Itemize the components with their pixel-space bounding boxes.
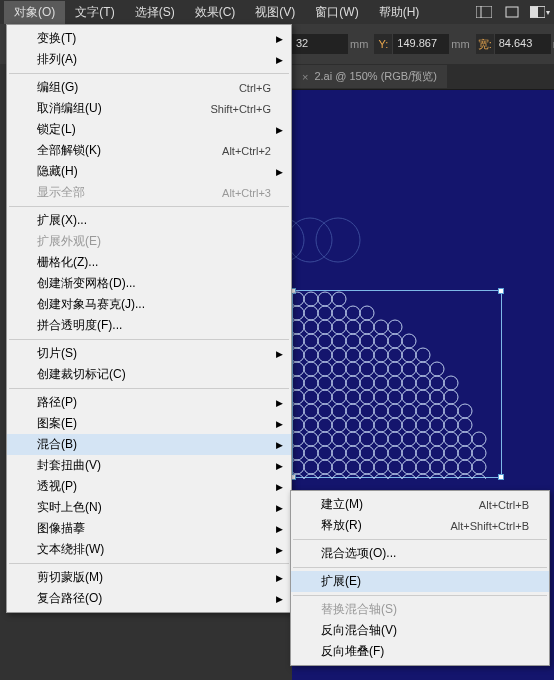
svg-point-109 [318, 432, 332, 446]
tab-close-icon[interactable]: × [302, 71, 308, 83]
svg-point-87 [374, 404, 388, 418]
layout-icon[interactable] [474, 4, 494, 20]
svg-point-106 [458, 418, 472, 432]
menu-arrange[interactable]: 排列(A)▶ [7, 49, 291, 70]
object-menu: 变换(T)▶ 排列(A)▶ 编组(G)Ctrl+G 取消编组(U)Shift+C… [6, 24, 292, 613]
menu-separator [9, 339, 289, 340]
document-tab[interactable]: × 2.ai @ 150% (RGB/预览) [292, 65, 447, 88]
svg-point-152 [332, 474, 346, 479]
svg-point-47 [304, 362, 318, 376]
submenu-release[interactable]: 释放(R)Alt+Shift+Ctrl+B [291, 515, 549, 536]
y-label: Y: [374, 34, 392, 54]
x-unit: mm [350, 38, 368, 50]
menu-ungroup[interactable]: 取消编组(U)Shift+Ctrl+G [7, 98, 291, 119]
svg-point-64 [388, 376, 402, 390]
menu-type[interactable]: 文字(T) [65, 1, 124, 24]
svg-point-108 [304, 432, 318, 446]
svg-point-94 [293, 418, 304, 432]
svg-rect-3 [530, 6, 538, 17]
submenu-make[interactable]: 建立(M)Alt+Ctrl+B [291, 494, 549, 515]
menu-pattern[interactable]: 图案(E)▶ [7, 413, 291, 434]
menu-rasterize[interactable]: 栅格化(Z)... [7, 252, 291, 273]
selection-box[interactable] [292, 290, 502, 478]
menu-expand[interactable]: 扩展(X)... [7, 210, 291, 231]
svg-point-110 [332, 432, 346, 446]
menu-unlock-all[interactable]: 全部解锁(K)Alt+Ctrl+2 [7, 140, 291, 161]
menu-lock[interactable]: 锁定(L)▶ [7, 119, 291, 140]
chevron-right-icon: ▶ [276, 34, 283, 44]
menu-effect[interactable]: 效果(C) [185, 1, 246, 24]
svg-point-80 [444, 390, 458, 404]
svg-point-82 [304, 404, 318, 418]
w-label: 宽: [476, 34, 494, 54]
w-value[interactable]: 84.643 [495, 34, 551, 54]
svg-point-69 [293, 390, 304, 404]
svg-point-89 [402, 404, 416, 418]
menu-compound-path[interactable]: 复合路径(O)▶ [7, 588, 291, 609]
svg-point-17 [346, 306, 360, 320]
svg-point-149 [293, 474, 304, 479]
menu-separator [293, 539, 547, 540]
chevron-right-icon: ▶ [276, 125, 283, 135]
chevron-right-icon: ▶ [276, 398, 283, 408]
svg-point-148 [472, 460, 486, 474]
menu-window[interactable]: 窗口(W) [305, 1, 368, 24]
svg-point-119 [458, 432, 472, 446]
submenu-reverse-spine[interactable]: 反向混合轴(V) [291, 620, 549, 641]
svg-point-155 [374, 474, 388, 479]
menu-envelope[interactable]: 封套扭曲(V)▶ [7, 455, 291, 476]
menu-text-wrap[interactable]: 文本绕排(W)▶ [7, 539, 291, 560]
svg-point-162 [472, 474, 486, 479]
x-value[interactable]: 32 [292, 34, 348, 54]
svg-point-61 [346, 376, 360, 390]
submenu-blend-options[interactable]: 混合选项(O)... [291, 543, 549, 564]
svg-point-151 [318, 474, 332, 479]
svg-point-141 [374, 460, 388, 474]
svg-point-20 [304, 320, 318, 334]
menu-clipping-mask[interactable]: 剪切蒙版(M)▶ [7, 567, 291, 588]
menu-blend[interactable]: 混合(B)▶ [7, 434, 291, 455]
submenu-expand[interactable]: 扩展(E) [291, 571, 549, 592]
svg-point-112 [360, 432, 374, 446]
menu-flatten[interactable]: 拼合透明度(F)... [7, 315, 291, 336]
svg-point-34 [388, 334, 402, 348]
menu-path[interactable]: 路径(P)▶ [7, 392, 291, 413]
svg-point-52 [374, 362, 388, 376]
menu-select[interactable]: 选择(S) [125, 1, 185, 24]
svg-point-128 [388, 446, 402, 460]
svg-point-35 [402, 334, 416, 348]
svg-point-124 [332, 446, 346, 460]
svg-point-68 [444, 376, 458, 390]
menu-object[interactable]: 对象(O) [4, 1, 65, 24]
svg-point-33 [374, 334, 388, 348]
svg-rect-2 [506, 7, 518, 17]
doc-icon[interactable] [502, 4, 522, 20]
svg-point-136 [304, 460, 318, 474]
svg-point-104 [430, 418, 444, 432]
svg-point-127 [374, 446, 388, 460]
svg-point-62 [360, 376, 374, 390]
menu-hide[interactable]: 隐藏(H)▶ [7, 161, 291, 182]
menu-transform[interactable]: 变换(T)▶ [7, 28, 291, 49]
chevron-right-icon: ▶ [276, 461, 283, 471]
svg-point-37 [304, 348, 318, 362]
menu-group[interactable]: 编组(G)Ctrl+G [7, 77, 291, 98]
menu-slice[interactable]: 切片(S)▶ [7, 343, 291, 364]
menu-image-trace[interactable]: 图像描摹▶ [7, 518, 291, 539]
svg-point-42 [374, 348, 388, 362]
svg-point-53 [388, 362, 402, 376]
svg-point-13 [293, 306, 304, 320]
svg-point-74 [360, 390, 374, 404]
menu-help[interactable]: 帮助(H) [369, 1, 430, 24]
arrange-icon[interactable]: ▾ [530, 4, 550, 20]
submenu-replace-spine: 替换混合轴(S) [291, 599, 549, 620]
menu-gradient-mesh[interactable]: 创建渐变网格(D)... [7, 273, 291, 294]
menu-crop-marks[interactable]: 创建裁切标记(C) [7, 364, 291, 385]
menu-object-mosaic[interactable]: 创建对象马赛克(J)... [7, 294, 291, 315]
submenu-reverse-front[interactable]: 反向堆叠(F) [291, 641, 549, 662]
menu-perspective[interactable]: 透视(P)▶ [7, 476, 291, 497]
menu-live-paint[interactable]: 实时上色(N)▶ [7, 497, 291, 518]
tab-title: 2.ai @ 150% (RGB/预览) [314, 69, 436, 84]
y-value[interactable]: 149.867 [393, 34, 449, 54]
menu-view[interactable]: 视图(V) [245, 1, 305, 24]
